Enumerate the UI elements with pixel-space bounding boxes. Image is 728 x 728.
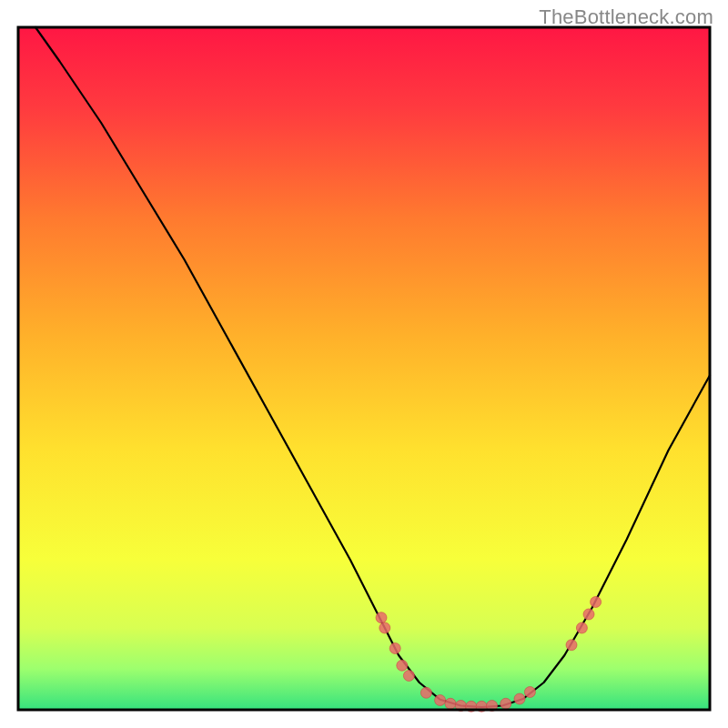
chart-svg xyxy=(0,0,728,728)
data-point xyxy=(397,660,408,671)
data-point xyxy=(389,643,400,654)
watermark-text: TheBottleneck.com xyxy=(539,5,713,29)
data-point xyxy=(576,622,587,633)
data-point xyxy=(566,640,577,651)
data-point xyxy=(445,698,456,709)
data-point xyxy=(403,671,414,682)
data-point xyxy=(379,622,390,633)
data-point xyxy=(500,698,511,709)
chart-area: TheBottleneck.com xyxy=(0,0,728,728)
data-point xyxy=(524,687,535,698)
data-point xyxy=(583,609,594,620)
plot-background xyxy=(18,27,710,710)
data-point xyxy=(591,597,602,608)
data-point xyxy=(420,687,431,698)
data-point xyxy=(376,612,387,623)
data-point xyxy=(435,695,446,706)
data-point xyxy=(514,693,525,704)
